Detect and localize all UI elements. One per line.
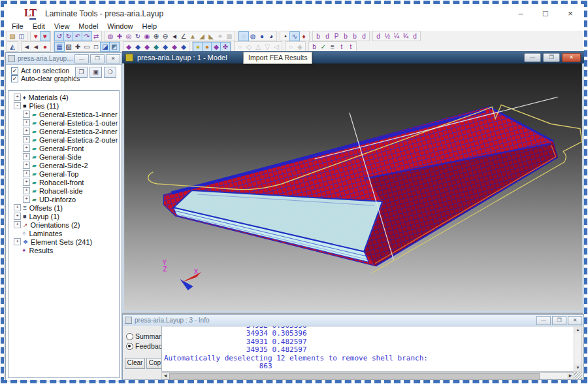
tree-expander-icon[interactable]: + xyxy=(23,119,30,126)
tree-expander-icon[interactable]: + xyxy=(23,111,30,118)
tree-item-rohacell-front[interactable]: +▰Rohacell-front xyxy=(8,178,119,186)
ply-book-5-icon[interactable]: b xyxy=(350,32,359,41)
tree-expander-icon[interactable]: + xyxy=(23,196,30,203)
tree-expander-icon[interactable]: + xyxy=(23,170,30,177)
ply-yellow-icon[interactable]: ● xyxy=(193,43,203,51)
ply-diamond-2-icon[interactable]: ◆ xyxy=(133,43,142,51)
checkbox-auto-clear-graphics[interactable]: ✓ xyxy=(11,75,18,82)
select-frame-icon[interactable]: □ xyxy=(91,43,101,51)
ply-book-6-icon[interactable]: d xyxy=(359,32,368,41)
restore-button[interactable]: ❐ xyxy=(90,54,105,63)
measure-icon[interactable]: ∠ xyxy=(179,32,188,41)
tree-expander-icon[interactable]: - xyxy=(14,102,21,109)
result-plot-icon[interactable]: ◭ xyxy=(8,43,17,51)
info-vertical-scrollbar[interactable]: ▲ ▼ xyxy=(574,326,582,372)
tree-item-element-sets-241[interactable]: +❖Element Sets (241) xyxy=(8,237,119,246)
center-view-icon[interactable]: ◎ xyxy=(124,32,133,41)
close-button[interactable]: × xyxy=(563,8,578,20)
tree-expander-icon[interactable]: + xyxy=(14,94,21,101)
tree-item-general-estetica-2-inner[interactable]: +▰General-Estetica-2-inner xyxy=(8,127,119,135)
close-button[interactable]: ✕ xyxy=(568,316,582,325)
menu-item-window[interactable]: Window xyxy=(103,22,137,30)
scrollbar-thumb[interactable] xyxy=(169,373,540,380)
save-icon[interactable]: ◫ xyxy=(17,32,26,41)
sphere-dark-icon[interactable]: ◕ xyxy=(267,32,276,41)
minimize-button[interactable]: – xyxy=(513,8,529,20)
tag-3-icon[interactable]: ◣ xyxy=(206,32,216,41)
tree-panel-titlebar[interactable]: presa-aria.Layup : ... —❐✕ xyxy=(6,53,122,65)
ply-purple-icon[interactable]: ◆ xyxy=(212,43,221,51)
tag-1-icon[interactable]: ▲ xyxy=(188,32,197,41)
restore-button[interactable]: ❐ xyxy=(543,53,560,62)
normals-icon[interactable]: ◪ xyxy=(101,43,110,51)
tree-item-laminates[interactable]: ✧Laminates xyxy=(8,229,119,237)
info-horizontal-scrollbar[interactable]: ◀ ▶ xyxy=(161,372,574,379)
select-box-icon[interactable]: ▭ xyxy=(82,43,91,51)
zoom-out-icon[interactable]: ⊖ xyxy=(161,32,170,41)
layup-d2-icon[interactable]: d xyxy=(410,32,419,41)
tree-item-general-estetica-2-outer[interactable]: +▰General-Estetica-2-outer xyxy=(8,135,119,144)
tree-item-results[interactable]: ✦Results xyxy=(8,246,119,254)
tree-item-general-side[interactable]: +▰General-Side xyxy=(8,152,119,161)
refresh-view-icon[interactable]: ↻ xyxy=(133,32,142,41)
tree-item-materials-4[interactable]: +♦Materials (4) xyxy=(8,93,119,101)
open-icon[interactable]: ▤ xyxy=(8,32,17,41)
tree-expander-icon[interactable]: + xyxy=(23,179,30,186)
ply-book-2-icon[interactable]: d xyxy=(323,32,332,41)
pointer-icon[interactable]: ◄ xyxy=(170,32,179,41)
ply-orange-icon[interactable]: ● xyxy=(203,43,212,51)
radio-summary[interactable] xyxy=(126,333,133,340)
tree-expander-icon[interactable]: + xyxy=(23,153,30,160)
sphere-solid-icon[interactable]: ● xyxy=(257,32,267,41)
tree-expander-icon[interactable]: + xyxy=(23,136,30,143)
menu-item-model[interactable]: Model xyxy=(74,22,103,30)
tree-item-rohacell-side[interactable]: +▰Rohacell-side xyxy=(8,186,119,195)
tree-expander-icon[interactable]: + xyxy=(14,221,21,228)
tree-item-general-front[interactable]: +▰General-Front xyxy=(8,144,119,152)
radio-feedback[interactable] xyxy=(126,343,133,350)
tree-item-ud-rinforzo[interactable]: +▰UD-rinforzo xyxy=(8,195,119,203)
clear-button[interactable]: Clear xyxy=(125,358,145,369)
select-region-icon[interactable]: ▧ xyxy=(64,43,73,51)
pan-icon[interactable]: ✚ xyxy=(115,32,124,41)
rotate-z-icon[interactable]: ↷ xyxy=(82,32,91,41)
pick-stop-icon[interactable]: ● xyxy=(41,43,50,51)
rotate-y-icon[interactable]: ↶ xyxy=(73,32,82,41)
tree-expander-icon[interactable]: + xyxy=(14,213,21,220)
ply-diamond-3-icon[interactable]: ◆ xyxy=(142,43,152,51)
tree-item-general-side-2[interactable]: +▰General-Side-2 xyxy=(8,161,119,169)
search-button[interactable]: ❍ xyxy=(104,67,116,78)
tree-expander-icon[interactable]: + xyxy=(14,204,21,211)
close-button[interactable]: ✕ xyxy=(562,53,581,62)
ply-book-4-icon[interactable]: b xyxy=(341,32,350,41)
scroll-right-arrow[interactable]: ▶ xyxy=(567,373,574,379)
tree-expander-icon[interactable]: + xyxy=(23,187,30,194)
tree-item-orientations-2[interactable]: +↗Orientations (2) xyxy=(8,220,119,229)
ply-diamond-6-icon[interactable]: ◆ xyxy=(170,43,179,51)
detach-view-button[interactable]: ❐ xyxy=(75,67,88,78)
layup-check-icon[interactable]: ✓ xyxy=(319,43,328,51)
tree-item-general-estetica-1-inner[interactable]: +▰General-Estetica-1-inner xyxy=(8,110,119,118)
ply-group-icon[interactable]: ✤ xyxy=(221,43,230,51)
scroll-left-arrow[interactable]: ◀ xyxy=(162,373,169,379)
ply-diamond-4-icon[interactable]: ◆ xyxy=(152,43,161,51)
layup-t1-icon[interactable]: t xyxy=(337,43,346,51)
sphere-wire-icon[interactable]: ◌ xyxy=(239,32,248,41)
restore-button[interactable]: ❐ xyxy=(552,316,566,325)
favorites-icon[interactable]: ♥ xyxy=(31,32,41,41)
checkbox-act-on-selection[interactable]: ✓ xyxy=(11,67,18,75)
minimize-button[interactable]: — xyxy=(536,316,551,325)
rotate-reset-icon[interactable]: ⇄ xyxy=(91,32,101,41)
layup-stack-icon[interactable]: ≡ xyxy=(328,43,337,51)
tree-expander-icon[interactable]: + xyxy=(23,128,30,135)
orbit-icon[interactable]: ◍ xyxy=(106,32,115,41)
tree-expander-icon[interactable]: + xyxy=(23,162,30,169)
drape-icon[interactable]: ♦ xyxy=(299,32,308,41)
model-3d-viewport[interactable]: Y Z X xyxy=(124,63,582,311)
minimize-button[interactable]: — xyxy=(74,54,89,63)
favorites-add-icon[interactable]: ♥ xyxy=(41,32,50,41)
menu-item-edit[interactable]: Edit xyxy=(28,22,50,30)
model-window-titlebar[interactable]: presa-aria.Layup : 1 - Model —❐✕ xyxy=(122,51,584,63)
info-window-titlebar[interactable]: presa-aria.Layup : 3 - Info —❐✕ xyxy=(123,315,583,326)
tree-item-general-estetica-1-outer[interactable]: +▰General-Estetica-1-outer xyxy=(8,118,119,127)
